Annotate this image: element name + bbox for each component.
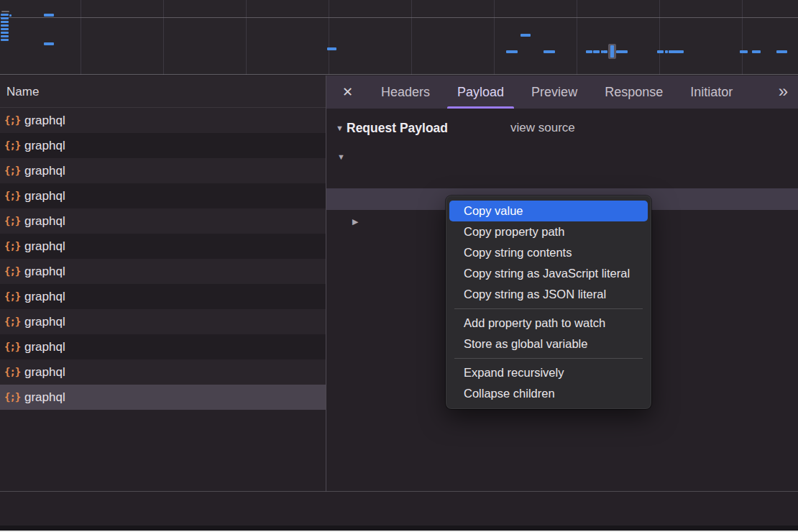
timeline-gridline [742,0,743,75]
tab-label: Preview [531,85,577,99]
more-tabs-icon[interactable]: » [779,75,786,109]
json-braces-icon: {;} [4,359,22,385]
request-name-label: graphql [24,334,65,359]
menu-item-copy-string-contents[interactable]: Copy string contents [446,242,651,263]
network-request-row[interactable]: {;}graphql [0,133,326,158]
json-braces-icon: {;} [4,334,22,359]
request-timing-bar[interactable] [44,42,54,45]
tab-initiator[interactable]: Initiator [687,75,735,109]
request-timing-bar[interactable] [1,21,9,23]
timeline-hover-marker[interactable] [608,44,616,59]
tab-response[interactable]: Response [602,75,666,109]
json-braces-icon: {;} [4,385,22,410]
request-name-label: graphql [24,385,65,410]
collapse-triangle-icon[interactable]: ▼ [337,146,345,167]
network-overview-timeline[interactable] [0,0,798,75]
network-request-row[interactable]: {;}graphql [0,284,326,309]
tab-payload[interactable]: Payload [454,75,507,109]
request-timing-bar[interactable] [586,50,592,53]
detail-tabs: HeadersPayloadPreviewResponseInitiator [357,75,735,109]
json-braces-icon: {;} [4,133,22,158]
devtools-network-window: Name {;}graphql{;}graphql{;}graphql{;}gr… [0,0,798,532]
network-request-row[interactable]: {;}graphql [0,108,326,133]
menu-item-expand-recursively[interactable]: Expand recursively [446,362,651,383]
tab-label: Payload [457,85,504,99]
tab-preview[interactable]: Preview [528,75,580,109]
menu-item-collapse-children[interactable]: Collapse children [446,383,651,404]
request-timing-bar[interactable] [1,39,9,41]
request-timing-bar[interactable] [1,14,9,16]
timeline-gridline [329,0,329,75]
network-request-row[interactable]: {;}graphql [0,259,326,284]
column-header-name[interactable]: Name [0,75,326,108]
column-header-label: Name [6,85,39,98]
request-timing-bar[interactable] [776,50,787,53]
request-timing-bar[interactable] [9,14,12,17]
request-timing-bar[interactable] [657,50,664,53]
network-request-row[interactable]: {;}graphql [0,359,326,385]
context-menu: Copy valueCopy property pathCopy string … [446,196,651,409]
json-braces-icon: {;} [4,309,22,334]
json-property-row-operationname[interactable]: operationName: "ipFlowTimeseries" [326,167,798,188]
request-name-label: graphql [24,108,65,133]
request-name-label: graphql [24,183,65,208]
timeline-divider-line [0,74,798,75]
request-timing-bar[interactable] [1,24,9,27]
json-braces-icon: {;} [4,234,22,259]
timeline-gridline [81,0,81,75]
request-timing-bar[interactable] [740,50,748,53]
request-timing-bar[interactable] [1,35,9,37]
request-timing-bar[interactable] [752,50,761,53]
menu-separator [454,308,643,309]
collapse-triangle-icon[interactable]: ▼ [336,119,344,137]
request-timing-bar[interactable] [327,47,336,50]
request-timing-bar[interactable] [506,50,518,53]
json-braces-icon: {;} [4,259,22,284]
menu-item-copy-property-path[interactable]: Copy property path [446,221,651,242]
tab-label: Response [605,85,663,99]
json-root-row[interactable]: ▼ {operationName: "ipFlowTimeseries", va… [326,145,798,167]
request-timing-bar[interactable] [1,28,9,30]
network-request-row[interactable]: {;}graphql [0,158,326,183]
request-name-label: graphql [24,284,65,309]
network-request-table: Name {;}graphql{;}graphql{;}graphql{;}gr… [0,75,326,527]
menu-item-store-as-global-variable[interactable]: Store as global variable [446,334,651,354]
network-request-row[interactable]: {;}graphql [0,385,326,410]
request-payload-section: ▼ Request Payload view source [326,119,798,137]
expand-triangle-icon[interactable]: ▶ [352,211,358,231]
json-braces-icon: {;} [4,158,22,183]
request-timing-bar[interactable] [1,17,9,19]
close-icon[interactable]: ✕ [342,84,357,100]
request-timing-bar[interactable] [520,34,531,37]
view-source-link[interactable]: view source [510,119,575,137]
json-braces-icon: {;} [4,183,22,208]
request-timing-bar[interactable] [1,11,9,12]
timeline-gridline [163,0,164,75]
network-request-row[interactable]: {;}graphql [0,334,326,359]
timeline-gridline [411,0,412,75]
request-timing-bar[interactable] [669,50,684,53]
menu-item-copy-string-as-javascript-literal[interactable]: Copy string as JavaScript literal [446,263,651,284]
network-request-row[interactable]: {;}graphql [0,309,326,334]
menu-item-copy-value[interactable]: Copy value [449,201,648,221]
request-timing-bar[interactable] [544,50,555,53]
timeline-divider-line [0,17,798,18]
request-timing-bar[interactable] [665,50,668,53]
menu-item-add-property-path-to-watch[interactable]: Add property path to watch [446,313,651,334]
timeline-gridline [246,0,247,75]
network-request-row[interactable]: {;}graphql [0,234,326,259]
request-name-label: graphql [24,234,65,259]
request-timing-bar[interactable] [593,50,600,53]
tab-headers[interactable]: Headers [378,75,433,109]
json-braces-icon: {;} [4,284,22,309]
menu-item-copy-string-as-json-literal[interactable]: Copy string as JSON literal [446,284,651,305]
request-timing-bar[interactable] [616,50,628,53]
network-request-row[interactable]: {;}graphql [0,183,326,208]
request-timing-bar[interactable] [603,50,607,53]
section-title: Request Payload [347,119,448,137]
request-timing-bar[interactable] [1,32,9,34]
network-request-row[interactable]: {;}graphql [0,208,326,234]
window-bottom-strip [0,526,798,531]
request-timing-bar[interactable] [44,14,54,17]
timeline-gridline [494,0,495,75]
